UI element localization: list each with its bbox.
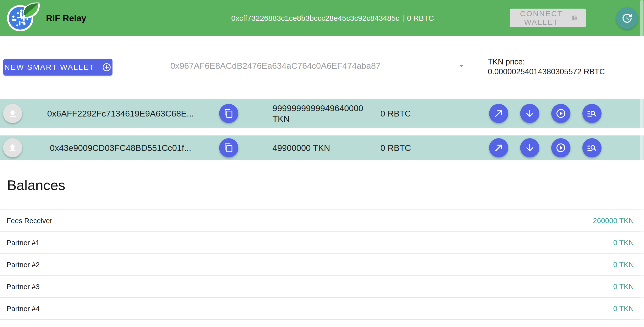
inspect-transactions-button[interactable] (582, 104, 602, 123)
balance-value: 0 TKN (613, 305, 634, 313)
smart-wallet-select[interactable]: 0x967AF6E8ACdB2476Ea634aC764c0A6EF474aba… (167, 56, 472, 76)
receive-button[interactable] (520, 138, 539, 157)
rif-logo-icon (7, 2, 40, 35)
leaf-icon (21, 1, 43, 21)
table-row: Fees Receiver 260000 TKN (0, 210, 644, 232)
arrow-up-right-icon (493, 108, 504, 119)
wallet-actions (489, 138, 602, 157)
deploy-upload-button[interactable] (3, 104, 22, 123)
tkn-price-value: 0.00000254014380305572 RBTC (488, 67, 605, 77)
balance-label: Fees Receiver (7, 217, 52, 225)
transfer-button[interactable] (489, 104, 508, 123)
scrollbar-thumb[interactable] (640, 0, 643, 327)
copy-icon (224, 109, 234, 118)
header-account-info: 0xcff73226883c1ce8b3bccc28e45c3c92c84348… (231, 0, 434, 36)
play-circle-icon (556, 108, 566, 119)
app-header: RIF Relay 0xcff73226883c1ce8b3bccc28e45c… (0, 0, 644, 36)
execute-button[interactable] (551, 104, 570, 123)
add-circle-icon (102, 62, 111, 72)
token-balance: 9999999999949640000 TKN (272, 103, 374, 124)
brand: RIF Relay (7, 2, 86, 35)
play-circle-icon (556, 143, 566, 153)
table-row: Partner #4 0 TKN (0, 298, 644, 320)
balance-label: Partner #1 (7, 239, 40, 247)
chevron-down-icon (457, 62, 466, 70)
new-smart-wallet-button[interactable]: NEW SMART WALLET (3, 59, 112, 76)
receive-button[interactable] (520, 104, 539, 123)
execute-button[interactable] (551, 138, 570, 157)
balances-table: Fees Receiver 260000 TKN Partner #1 0 TK… (0, 209, 644, 320)
list-search-icon (587, 108, 597, 119)
smart-wallet-address: 0x43e9009CD03FC48BD551Cc01f... (21, 143, 220, 153)
balance-label: Partner #2 (7, 261, 40, 269)
rbtc-balance: 0 RBTC (380, 143, 411, 153)
refresh-button[interactable] (616, 7, 638, 29)
app-root: RIF Relay 0xcff73226883c1ce8b3bccc28e45c… (0, 0, 644, 327)
new-smart-wallet-label: NEW SMART WALLET (4, 63, 95, 72)
list-search-icon (587, 143, 597, 153)
copy-address-button[interactable] (219, 138, 238, 157)
transfer-button[interactable] (489, 138, 508, 157)
balance-value: 0 TKN (613, 239, 634, 247)
upload-icon (8, 143, 18, 153)
table-row: Partner #1 0 TKN (0, 232, 644, 254)
smart-wallet-row: 0x6AFF2292Fc7134619E9A63C68E... 99999999… (0, 99, 644, 128)
balances-section: Balances Fees Receiver 260000 TKN Partne… (0, 167, 644, 193)
arrow-down-icon (524, 143, 535, 153)
smart-wallet-address: 0x6AFF2292Fc7134619E9A63C68E... (21, 109, 220, 119)
connect-wallet-label: CONNECT WALLET (518, 9, 565, 27)
toolbar: NEW SMART WALLET 0x967AF6E8ACdB2476Ea634… (0, 36, 644, 99)
refresh-clock-icon (621, 12, 633, 24)
balance-label: Partner #4 (7, 305, 40, 313)
upload-icon (8, 108, 18, 119)
tkn-price: TKN price: 0.00000254014380305572 RBTC (488, 57, 605, 77)
balance-value: 0 TKN (613, 283, 634, 291)
arrow-down-icon (524, 108, 535, 119)
token-balance: 49900000 TKN (272, 143, 374, 153)
deploy-upload-button[interactable] (3, 138, 22, 157)
page-title: RIF Relay (46, 13, 86, 23)
account-balance: | 0 RBTC (403, 14, 434, 22)
balance-value: 0 TKN (613, 261, 634, 269)
table-row: Partner #2 0 TKN (0, 254, 644, 276)
arrow-up-right-icon (493, 143, 504, 153)
account-address: 0xcff73226883c1ce8b3bccc28e45c3c92c84348… (231, 14, 399, 22)
balances-title: Balances (7, 177, 644, 193)
rbtc-balance: 0 RBTC (380, 109, 411, 119)
balance-label: Partner #3 (7, 283, 40, 291)
table-row: Partner #3 0 TKN (0, 276, 644, 298)
tkn-price-label: TKN price: (488, 57, 605, 67)
smart-wallet-row: 0x43e9009CD03FC48BD551Cc01f... 49900000 … (0, 135, 644, 160)
inspect-transactions-button[interactable] (582, 138, 602, 157)
wallet-actions (489, 104, 602, 123)
smart-wallet-select-value: 0x967AF6E8ACdB2476Ea634aC764c0A6EF474aba… (170, 61, 381, 71)
copy-address-button[interactable] (219, 104, 238, 123)
wallet-icon (571, 13, 578, 23)
scrollbar[interactable] (639, 0, 644, 327)
copy-icon (224, 143, 234, 153)
balance-value: 260000 TKN (593, 217, 634, 225)
connect-wallet-button[interactable]: CONNECT WALLET (510, 9, 586, 27)
